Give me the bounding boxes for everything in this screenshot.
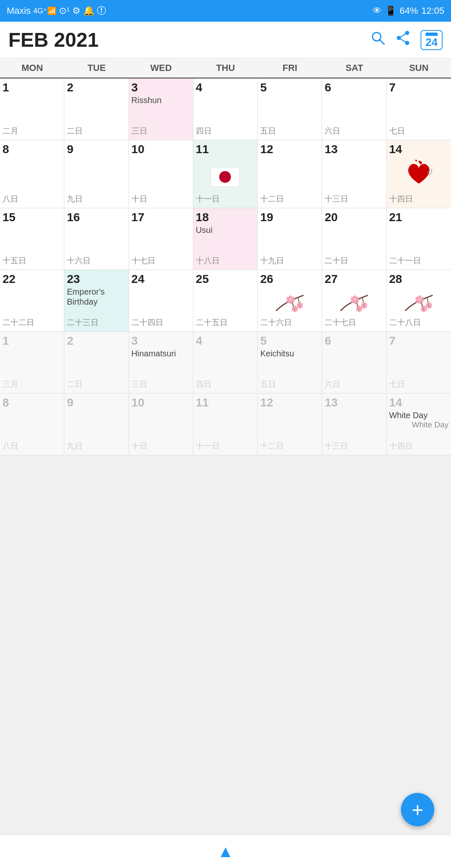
add-event-fab[interactable]: + bbox=[401, 793, 434, 826]
calendar-cell[interactable]: 4四日 bbox=[193, 332, 258, 394]
lunar-date: 十一日 bbox=[196, 439, 255, 452]
calendar-cell[interactable]: 6六日 bbox=[322, 78, 386, 140]
calendar-cell[interactable]: 4四日 bbox=[193, 78, 258, 140]
svg-point-51 bbox=[418, 298, 421, 301]
lunar-date: 六日 bbox=[324, 377, 383, 390]
calendar-cell[interactable]: 8八日 bbox=[0, 140, 64, 208]
lunar-date: 二日 bbox=[67, 124, 126, 136]
date-number: 18 bbox=[196, 212, 255, 223]
lunar-date: 十一日 bbox=[196, 192, 255, 204]
calendar-cell[interactable]: 11十一日 bbox=[193, 140, 258, 208]
calendar-cell[interactable]: 18Usui十八日 bbox=[193, 208, 258, 270]
carrier-text: Maxis bbox=[7, 5, 30, 16]
calendar-date-button[interactable]: 24 bbox=[421, 30, 443, 50]
calendar-cell[interactable]: 25二十五日 bbox=[193, 270, 258, 332]
usb-icon: ⚙ bbox=[72, 5, 81, 16]
lunar-date: 七日 bbox=[389, 377, 448, 390]
date-number: 7 bbox=[389, 82, 448, 93]
calendar-cell[interactable]: 10十日 bbox=[129, 394, 193, 455]
calendar-cell[interactable]: 15十五日 bbox=[0, 208, 64, 270]
date-number: 14 bbox=[389, 397, 448, 409]
calendar-cell[interactable]: 13十三日 bbox=[322, 394, 386, 455]
calendar-cell[interactable]: 23Emperor's Birthday二十三日 bbox=[64, 270, 129, 332]
status-left: Maxis 4G⁺📶 ⊙¹ ⚙ 🔔 ⓕ bbox=[7, 5, 106, 17]
date-number: 5 bbox=[260, 335, 319, 347]
calendar-cell[interactable]: 1三月 bbox=[0, 332, 64, 394]
calendar-cell[interactable]: 20二十日 bbox=[322, 208, 386, 270]
calendar-cell[interactable]: 26 二十六日 bbox=[258, 270, 322, 332]
date-number: 11 bbox=[196, 397, 255, 409]
calendar-cell[interactable]: 5五日 bbox=[258, 78, 322, 140]
date-number: 9 bbox=[67, 397, 126, 409]
calendar-cell[interactable]: 6六日 bbox=[322, 332, 386, 394]
calendar-cell[interactable]: 21二十一日 bbox=[387, 208, 451, 270]
date-number: 25 bbox=[196, 273, 255, 285]
lunar-date: 十日 bbox=[132, 439, 190, 452]
calendar-cell[interactable]: 3Hinamatsuri三日 bbox=[129, 332, 193, 394]
calendar-cell[interactable]: 2二日 bbox=[64, 78, 129, 140]
lunar-date: 三日 bbox=[132, 377, 190, 390]
date-number: 27 bbox=[324, 273, 383, 285]
calendar-cell[interactable]: 11十一日 bbox=[193, 394, 258, 455]
date-number: 4 bbox=[196, 82, 255, 93]
date-number: 19 bbox=[260, 212, 319, 223]
share-icon[interactable] bbox=[395, 30, 410, 49]
calendar-cell[interactable]: 9九日 bbox=[64, 394, 129, 455]
calendar-cell[interactable]: 7七日 bbox=[387, 78, 451, 140]
calendar-cell[interactable]: 1二月 bbox=[0, 78, 64, 140]
lunar-date: 十三日 bbox=[324, 439, 383, 452]
bell-icon: 🔔 bbox=[83, 5, 94, 16]
svg-point-38 bbox=[356, 306, 359, 309]
calendar-cell[interactable]: 19十九日 bbox=[258, 208, 322, 270]
date-number: 10 bbox=[132, 144, 190, 155]
holiday-label: Hinamatsuri bbox=[132, 348, 190, 358]
cherry-blossom-icon bbox=[324, 288, 383, 315]
date-number: 24 bbox=[132, 273, 190, 285]
lunar-date: 四日 bbox=[196, 124, 255, 136]
lunar-date: 二十日 bbox=[324, 254, 383, 266]
calendar-cell[interactable]: 5Keichitsu五日 bbox=[258, 332, 322, 394]
lunar-date: 十四日 bbox=[389, 192, 448, 204]
lunar-date: 二十六日 bbox=[260, 315, 319, 328]
holiday-label: White Day bbox=[389, 410, 448, 420]
day-header-wed: WED bbox=[129, 58, 193, 78]
svg-line-1 bbox=[380, 40, 384, 44]
search-icon[interactable] bbox=[370, 30, 385, 49]
svg-point-32 bbox=[353, 298, 356, 301]
phone-icon: 📱 bbox=[385, 5, 396, 16]
calendar-cell[interactable]: 12十二日 bbox=[258, 394, 322, 455]
calendar-cell[interactable]: 28 二十八日 bbox=[387, 270, 451, 332]
date-number: 2 bbox=[67, 335, 126, 347]
day-header-tue: TUE bbox=[64, 58, 129, 78]
lunar-date: 三月 bbox=[3, 377, 61, 390]
date-number: 3 bbox=[132, 82, 190, 93]
calendar-cell[interactable]: 7七日 bbox=[387, 332, 451, 394]
month-year-title: FEB 2021 bbox=[8, 28, 99, 51]
date-number: 13 bbox=[324, 144, 383, 155]
calendar-cell[interactable]: 12十二日 bbox=[258, 140, 322, 208]
calendar-cell[interactable]: 24二十四日 bbox=[129, 270, 193, 332]
calendar-cell[interactable]: 2二日 bbox=[64, 332, 129, 394]
holiday-label: Usui bbox=[196, 225, 255, 235]
lunar-date: 十五日 bbox=[3, 254, 61, 266]
calendar-cell[interactable]: 10十日 bbox=[129, 140, 193, 208]
calendar-cell[interactable]: 3Risshun三日 bbox=[129, 78, 193, 140]
collapse-up-icon[interactable]: ▲ bbox=[217, 842, 234, 861]
lunar-date: 六日 bbox=[324, 124, 383, 136]
calendar-cell[interactable]: 13十三日 bbox=[322, 140, 386, 208]
lunar-date: 五日 bbox=[260, 124, 319, 136]
calendar-cell[interactable]: 14 十四日 bbox=[387, 140, 451, 208]
date-number: 20 bbox=[324, 212, 383, 223]
calendar-cell[interactable]: 22二十二日 bbox=[0, 270, 64, 332]
calendar-cell[interactable]: 14White DayWhite Day十四日 bbox=[387, 394, 451, 455]
holiday-label: Keichitsu bbox=[260, 348, 319, 358]
calendar-cell[interactable]: 16十六日 bbox=[64, 208, 129, 270]
cherry-blossom-icon bbox=[389, 288, 448, 315]
lunar-date: 十三日 bbox=[324, 192, 383, 204]
calendar-cell[interactable]: 9九日 bbox=[64, 140, 129, 208]
calendar-cell[interactable]: 8八日 bbox=[0, 394, 64, 455]
lunar-date: 八日 bbox=[3, 439, 61, 452]
lunar-date: 十日 bbox=[132, 192, 190, 204]
calendar-cell[interactable]: 27 二十七日 bbox=[322, 270, 386, 332]
calendar-cell[interactable]: 17十七日 bbox=[129, 208, 193, 270]
